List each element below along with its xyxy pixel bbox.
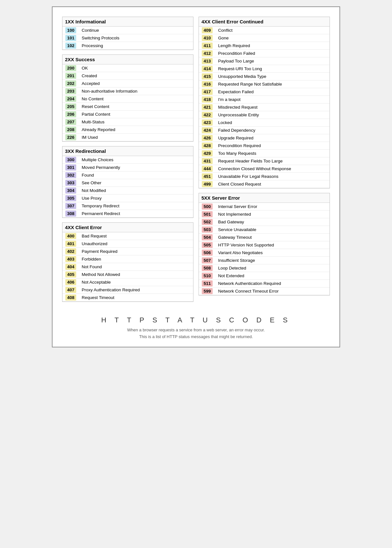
status-code: 201 xyxy=(62,72,79,80)
status-code: 205 xyxy=(62,103,79,111)
status-label: Proxy Authentication Required xyxy=(79,286,193,294)
table-row: 400Bad Request xyxy=(62,232,193,240)
table-row: 303See Other xyxy=(62,179,193,187)
status-code: 505 xyxy=(199,241,216,249)
section-4xx-header: 4XX Client Error xyxy=(62,223,193,232)
table-row: 417Expectation Failed xyxy=(199,88,330,96)
table-row: 422Unprocessable Entity xyxy=(199,111,330,119)
table-row: 204No Content xyxy=(62,95,193,103)
status-code: 202 xyxy=(62,80,79,87)
status-label: Unsupported Media Type xyxy=(216,73,330,80)
status-code: 102 xyxy=(62,42,79,50)
status-code: 206 xyxy=(62,111,79,118)
status-code: 401 xyxy=(62,240,79,248)
status-label: Found xyxy=(79,171,193,179)
status-code: 101 xyxy=(62,34,79,42)
footer-line2: This is a list of HTTP status messages t… xyxy=(139,334,253,339)
section-2xx: 2XX Success 200OK201Created202Accepted20… xyxy=(62,54,193,142)
status-label: Conflict xyxy=(216,27,330,34)
status-label: Connection Closed Without Response xyxy=(216,165,330,173)
status-code: 444 xyxy=(199,165,216,173)
status-label: Partial Content xyxy=(79,111,193,118)
status-code: 204 xyxy=(62,95,79,103)
status-label: Precondition Failed xyxy=(216,50,330,57)
status-code: 226 xyxy=(62,134,79,141)
status-code: 511 xyxy=(199,280,216,287)
status-label: Not Found xyxy=(79,263,193,271)
page: 1XX Informational 100Continue101Switchin… xyxy=(52,6,340,347)
status-code: 203 xyxy=(62,87,79,95)
status-code: 429 xyxy=(199,150,216,157)
status-label: Network Authentication Required xyxy=(216,280,330,287)
table-row: 102Processing xyxy=(62,42,193,50)
status-code: 303 xyxy=(62,179,79,187)
table-row: 413Payload Too Large xyxy=(199,57,330,65)
table-row: 502Bad Gateway xyxy=(199,218,330,226)
status-code: 400 xyxy=(62,232,79,240)
status-code: 414 xyxy=(199,65,216,73)
status-code: 307 xyxy=(62,202,79,210)
status-code: 406 xyxy=(62,278,79,286)
status-code: 426 xyxy=(199,134,216,142)
table-4xx-cont: 409Conflict410Gone411Length Required412P… xyxy=(199,27,330,188)
status-label: Network Connect Timeout Error xyxy=(216,287,330,295)
table-row: 421Misdirected Request xyxy=(199,104,330,111)
status-code: 504 xyxy=(199,234,216,241)
status-label: Not Acceptable xyxy=(79,278,193,286)
status-label: Loop Detected xyxy=(216,264,330,272)
status-code: 418 xyxy=(199,96,216,104)
section-3xx-header: 3XX Redirectional xyxy=(62,146,193,156)
table-row: 305Use Proxy xyxy=(62,195,193,202)
status-code: 308 xyxy=(62,210,79,218)
status-label: Payment Required xyxy=(79,248,193,255)
status-code: 405 xyxy=(62,271,79,278)
status-label: Expectation Failed xyxy=(216,88,330,96)
status-code: 499 xyxy=(199,180,216,188)
table-row: 429Too Many Requests xyxy=(199,150,330,157)
table-row: 404Not Found xyxy=(62,263,193,271)
table-row: 444Connection Closed Without Response xyxy=(199,165,330,173)
status-code: 424 xyxy=(199,127,216,134)
table-row: 300Multiple Choices xyxy=(62,156,193,164)
status-label: Not Extended xyxy=(216,272,330,280)
table-row: 406Not Acceptable xyxy=(62,278,193,286)
table-row: 301Moved Permanently xyxy=(62,164,193,171)
table-row: 201Created xyxy=(62,72,193,80)
section-5xx: 5XX Server Error 500Internal Server Erro… xyxy=(199,193,330,295)
table-row: 207Multi-Status xyxy=(62,118,193,126)
status-code: 502 xyxy=(199,218,216,226)
status-code: 415 xyxy=(199,73,216,80)
table-row: 416Requested Range Not Satisfiable xyxy=(199,80,330,88)
table-row: 203Non-authoritative Information xyxy=(62,87,193,95)
status-label: Bad Gateway xyxy=(216,218,330,226)
section-1xx: 1XX Informational 100Continue101Switchin… xyxy=(62,17,193,50)
status-label: No Content xyxy=(79,95,193,103)
status-code: 402 xyxy=(62,248,79,255)
status-label: Requested Range Not Satisfiable xyxy=(216,80,330,88)
status-code: 300 xyxy=(62,156,79,164)
table-row: 504Gateway Timeout xyxy=(199,234,330,241)
status-label: Locked xyxy=(216,119,330,127)
status-label: Reset Content xyxy=(79,103,193,111)
table-row: 424Failed Dependency xyxy=(199,127,330,134)
status-label: Method Not Allowed xyxy=(79,271,193,278)
table-row: 226IM Used xyxy=(62,134,193,141)
status-code: 100 xyxy=(62,27,79,34)
status-label: Request-URI Too Long xyxy=(216,65,330,73)
table-row: 405Method Not Allowed xyxy=(62,271,193,278)
status-code: 510 xyxy=(199,272,216,280)
status-code: 409 xyxy=(199,27,216,34)
status-label: Processing xyxy=(79,42,193,50)
status-label: OK xyxy=(79,64,193,72)
table-row: 508Loop Detected xyxy=(199,264,330,272)
status-code: 508 xyxy=(199,264,216,272)
status-label: IM Used xyxy=(79,134,193,141)
status-code: 412 xyxy=(199,50,216,57)
status-code: 411 xyxy=(199,42,216,50)
table-row: 101Switching Protocols xyxy=(62,34,193,42)
table-row: 510Not Extended xyxy=(199,272,330,280)
table-row: 205Reset Content xyxy=(62,103,193,111)
status-label: Request Timeout xyxy=(79,294,193,302)
table-1xx: 100Continue101Switching Protocols102Proc… xyxy=(62,27,193,50)
status-label: Multiple Choices xyxy=(79,156,193,164)
